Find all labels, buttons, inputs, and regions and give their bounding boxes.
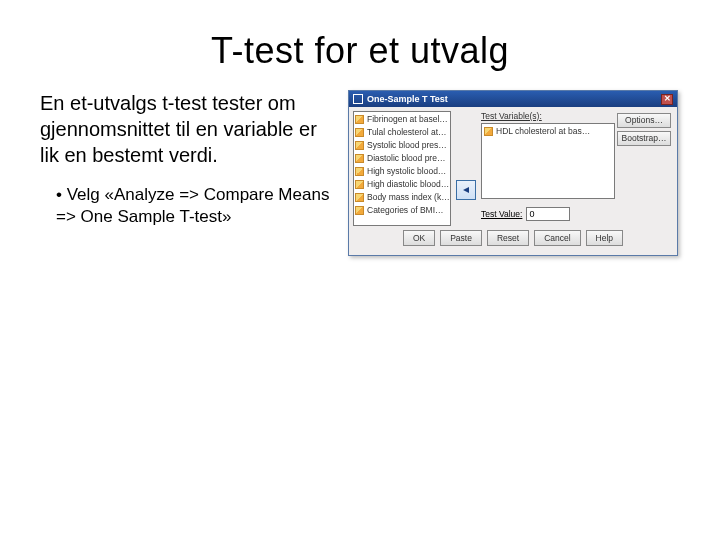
scale-icon — [355, 141, 364, 150]
scale-icon — [355, 193, 364, 202]
move-variable-button[interactable]: ◂ — [456, 180, 476, 200]
list-item[interactable]: Systolic blood pres… — [355, 139, 449, 152]
options-button[interactable]: Options… — [617, 113, 671, 128]
help-button[interactable]: Help — [586, 230, 623, 246]
scale-icon — [355, 128, 364, 137]
dialog-titlebar: One-Sample T Test ✕ — [349, 91, 677, 107]
scale-icon — [355, 180, 364, 189]
bootstrap-button[interactable]: Bootstrap… — [617, 131, 671, 146]
scale-icon — [355, 167, 364, 176]
test-value-input[interactable] — [526, 207, 570, 221]
list-item[interactable]: Body mass index (k… — [355, 191, 449, 204]
list-item[interactable]: High systolic blood… — [355, 165, 449, 178]
test-variable-list[interactable]: HDL cholesterol at bas… — [481, 123, 615, 199]
scale-icon — [484, 127, 493, 136]
list-item[interactable]: Categories of BMI… — [355, 204, 449, 217]
scale-icon — [355, 154, 364, 163]
body-text: En et-utvalgs t-test tester om gjennomsn… — [40, 90, 340, 228]
paste-button[interactable]: Paste — [440, 230, 482, 246]
list-item[interactable]: HDL cholesterol at bas… — [484, 126, 612, 136]
scale-icon — [355, 206, 364, 215]
list-item[interactable]: Diastolic blood pre… — [355, 152, 449, 165]
page-title: T-test for et utvalg — [40, 30, 680, 72]
dialog-title: One-Sample T Test — [367, 94, 448, 105]
source-variable-list[interactable]: Fibrinogen at basel… Tulal cholesterol a… — [353, 111, 451, 226]
one-sample-ttest-dialog: One-Sample T Test ✕ Fibrinogen at basel…… — [348, 90, 678, 256]
cancel-button[interactable]: Cancel — [534, 230, 580, 246]
list-item[interactable]: High diastolic blood… — [355, 178, 449, 191]
reset-button[interactable]: Reset — [487, 230, 529, 246]
bullet-item: Velg «Analyze => Compare Means => One Sa… — [56, 184, 340, 228]
lead-paragraph: En et-utvalgs t-test tester om gjennomsn… — [40, 90, 340, 168]
list-item[interactable]: Fibrinogen at basel… — [355, 113, 449, 126]
list-item[interactable]: Tulal cholesterol at… — [355, 126, 449, 139]
close-icon[interactable]: ✕ — [661, 94, 673, 105]
test-value-label: Test Value: — [481, 209, 522, 219]
ok-button[interactable]: OK — [403, 230, 435, 246]
app-icon — [353, 94, 363, 104]
test-variables-label: Test Variable(s): — [481, 111, 615, 121]
scale-icon — [355, 115, 364, 124]
